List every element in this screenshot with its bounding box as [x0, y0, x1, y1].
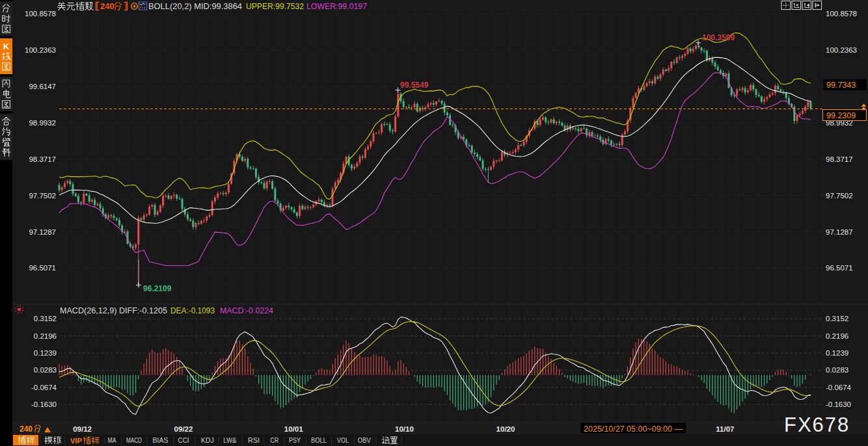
- svg-text:240: 240: [20, 425, 33, 434]
- svg-text:97.1287: 97.1287: [29, 228, 56, 236]
- svg-text:OBV: OBV: [358, 436, 372, 444]
- svg-text:VIP: VIP: [70, 437, 82, 445]
- svg-text:UPPER:99.7532: UPPER:99.7532: [246, 1, 304, 11]
- svg-text:CCI: CCI: [178, 436, 189, 444]
- svg-text:100.2363: 100.2363: [826, 46, 857, 54]
- svg-text:100.3599: 100.3599: [702, 33, 735, 42]
- svg-text:99.7343: 99.7343: [826, 81, 856, 90]
- svg-text:K: K: [3, 42, 10, 51]
- svg-text:10/20: 10/20: [496, 425, 515, 433]
- svg-text:0.3152: 0.3152: [34, 315, 57, 322]
- svg-text:0.2196: 0.2196: [34, 332, 57, 340]
- svg-text:96.5071: 96.5071: [29, 264, 56, 272]
- svg-text:MACD(26,12,9) DIFF:-0.1205: MACD(26,12,9) DIFF:-0.1205: [60, 306, 167, 315]
- svg-text:CR: CR: [270, 436, 278, 444]
- svg-text:96.5071: 96.5071: [826, 264, 853, 272]
- svg-text:2025/10/27 05:00~09:00 —: 2025/10/27 05:00~09:00 —: [584, 425, 683, 434]
- svg-text:0.1239: 0.1239: [826, 349, 848, 357]
- svg-text:99.2309: 99.2309: [826, 111, 856, 120]
- svg-text:-0.1630: -0.1630: [31, 400, 57, 408]
- svg-text:100.8578: 100.8578: [25, 10, 56, 18]
- svg-text:98.3717: 98.3717: [29, 155, 56, 163]
- svg-text:0.2196: 0.2196: [826, 332, 848, 340]
- svg-text:97.7502: 97.7502: [826, 192, 853, 200]
- svg-text:09/22: 09/22: [174, 425, 193, 433]
- svg-text:KDJ: KDJ: [201, 436, 214, 444]
- svg-text:0.1239: 0.1239: [34, 349, 57, 357]
- svg-text:10/01: 10/01: [284, 425, 303, 433]
- svg-text:LW&: LW&: [223, 436, 237, 444]
- svg-text:MA: MA: [108, 436, 117, 444]
- svg-text:10/10: 10/10: [395, 425, 414, 433]
- svg-text:11/07: 11/07: [716, 425, 734, 433]
- svg-text:-0.0674: -0.0674: [826, 384, 852, 391]
- svg-text:98.3717: 98.3717: [826, 155, 853, 163]
- svg-text:0.3152: 0.3152: [826, 315, 848, 322]
- svg-text:-0.0674: -0.0674: [31, 384, 57, 391]
- svg-text:97.1287: 97.1287: [826, 228, 853, 236]
- svg-text:VOL: VOL: [337, 436, 349, 444]
- svg-text:0.0283: 0.0283: [34, 366, 57, 374]
- svg-text:99.5549: 99.5549: [400, 81, 429, 90]
- svg-text:BIAS: BIAS: [153, 436, 169, 444]
- svg-text:96.2109: 96.2109: [143, 284, 172, 293]
- svg-text:240: 240: [100, 1, 115, 11]
- svg-text:98.9932: 98.9932: [29, 119, 56, 127]
- svg-text:100.2363: 100.2363: [25, 46, 56, 54]
- svg-text:BOLL: BOLL: [311, 436, 327, 444]
- svg-text:97.7502: 97.7502: [29, 192, 56, 200]
- svg-text:MACD:-0.0224: MACD:-0.0224: [220, 306, 273, 315]
- svg-text:FX678: FX678: [784, 413, 850, 436]
- svg-text:99.6147: 99.6147: [29, 83, 56, 90]
- svg-text:-0.1630: -0.1630: [826, 400, 851, 408]
- svg-text:09/12: 09/12: [73, 425, 92, 433]
- svg-text:BOLL(20,2) MID:99.3864: BOLL(20,2) MID:99.3864: [148, 1, 242, 11]
- svg-text:RSI: RSI: [248, 436, 260, 444]
- svg-text:PSY: PSY: [289, 436, 301, 444]
- svg-text:DEA:-0.1093: DEA:-0.1093: [170, 306, 215, 315]
- svg-text:100.8578: 100.8578: [826, 10, 857, 18]
- svg-text:0.0283: 0.0283: [826, 366, 848, 374]
- svg-text:MACD: MACD: [126, 436, 142, 444]
- svg-text:LOWER:99.0197: LOWER:99.0197: [306, 1, 367, 11]
